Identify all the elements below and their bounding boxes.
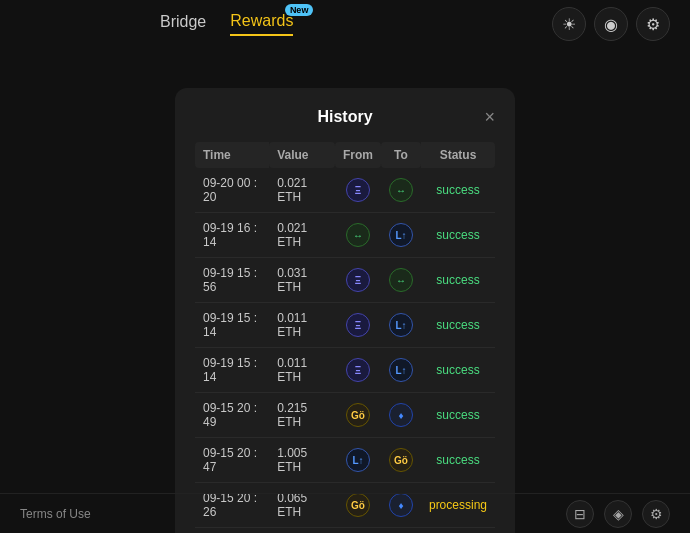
cell-from: Ξ [335, 168, 381, 213]
new-badge: New [285, 4, 314, 16]
settings-footer-button[interactable]: ⚙ [642, 500, 670, 528]
nav-tabs: Bridge Rewards New [160, 12, 293, 36]
table-row: 09-15 20 : 47 1.005 ETH L↑ Gö success [195, 438, 495, 483]
table-row: 09-19 15 : 14 0.011 ETH Ξ L↑ success [195, 303, 495, 348]
tab-bridge[interactable]: Bridge [160, 13, 206, 35]
cell-to: L↑ [381, 303, 421, 348]
tab-rewards[interactable]: Rewards New [230, 12, 293, 36]
cell-status: success [421, 213, 495, 258]
cell-value: 0.021 ETH [269, 213, 335, 258]
cell-to: ♦ [381, 393, 421, 438]
cell-time: 09-15 20 : 47 [195, 438, 269, 483]
header: Bridge Rewards New ☀ ◉ ⚙ [0, 0, 690, 48]
table-row: 09-15 20 : 49 0.215 ETH Gö ♦ success [195, 393, 495, 438]
cell-from: Ξ [335, 348, 381, 393]
cell-from: Gö [335, 393, 381, 438]
profile-button[interactable]: ◉ [594, 7, 628, 41]
discord-icon: ◈ [613, 506, 624, 522]
cell-status: success [421, 393, 495, 438]
cell-status: success [421, 168, 495, 213]
cell-value: 1.005 ETH [269, 438, 335, 483]
table-row: 09-19 15 : 56 0.031 ETH Ξ ↔ success [195, 258, 495, 303]
cell-time: 09-15 20 : 49 [195, 393, 269, 438]
col-header-from: From [335, 142, 381, 168]
col-header-status: Status [421, 142, 495, 168]
settings-icon: ⚙ [646, 15, 660, 34]
terms-of-use-link[interactable]: Terms of Use [20, 507, 91, 521]
history-modal: History × Time Value From To Status 09-2… [175, 88, 515, 533]
cell-to: L↑ [381, 213, 421, 258]
cell-time: 09-20 00 : 20 [195, 168, 269, 213]
footer-links: Terms of Use [20, 507, 91, 521]
cell-from: Ξ [335, 258, 381, 303]
cell-to: ↔ [381, 258, 421, 303]
settings-footer-icon: ⚙ [650, 506, 663, 522]
settings-button[interactable]: ⚙ [636, 7, 670, 41]
theme-toggle-button[interactable]: ☀ [552, 7, 586, 41]
cell-time: 09-19 15 : 14 [195, 303, 269, 348]
cell-value: 0.011 ETH [269, 303, 335, 348]
cell-status: success [421, 348, 495, 393]
table-row: 09-19 16 : 14 0.021 ETH ↔ L↑ success [195, 213, 495, 258]
modal-title: History [317, 108, 372, 126]
main-content: History × Time Value From To Status 09-2… [0, 48, 690, 533]
header-icons: ☀ ◉ ⚙ [552, 7, 670, 41]
sun-icon: ☀ [562, 15, 576, 34]
cell-from: ↔ [335, 213, 381, 258]
cell-status: success [421, 258, 495, 303]
cell-value: 0.031 ETH [269, 258, 335, 303]
cell-from: Ξ [335, 303, 381, 348]
cell-from: L↑ [335, 438, 381, 483]
table-row: 09-19 15 : 14 0.011 ETH Ξ L↑ success [195, 348, 495, 393]
cell-value: 0.021 ETH [269, 168, 335, 213]
footer-icons: ⊟ ◈ ⚙ [566, 500, 670, 528]
stack-icon: ⊟ [574, 506, 586, 522]
cell-time: 09-19 15 : 14 [195, 348, 269, 393]
col-header-to: To [381, 142, 421, 168]
cell-value: 0.215 ETH [269, 393, 335, 438]
table-header-row: Time Value From To Status [195, 142, 495, 168]
cell-time: 09-19 15 : 56 [195, 258, 269, 303]
modal-header: History × [195, 108, 495, 126]
footer: Terms of Use ⊟ ◈ ⚙ [0, 493, 690, 533]
cell-status: success [421, 303, 495, 348]
discord-button[interactable]: ◈ [604, 500, 632, 528]
cell-to: L↑ [381, 348, 421, 393]
history-table: Time Value From To Status 09-20 00 : 20 … [195, 142, 495, 528]
table-row: 09-20 00 : 20 0.021 ETH Ξ ↔ success [195, 168, 495, 213]
stack-icon-button[interactable]: ⊟ [566, 500, 594, 528]
cell-to: ↔ [381, 168, 421, 213]
col-header-value: Value [269, 142, 335, 168]
modal-close-button[interactable]: × [484, 108, 495, 126]
profile-icon: ◉ [604, 15, 618, 34]
cell-value: 0.011 ETH [269, 348, 335, 393]
cell-time: 09-19 16 : 14 [195, 213, 269, 258]
col-header-time: Time [195, 142, 269, 168]
cell-to: Gö [381, 438, 421, 483]
cell-status: success [421, 438, 495, 483]
